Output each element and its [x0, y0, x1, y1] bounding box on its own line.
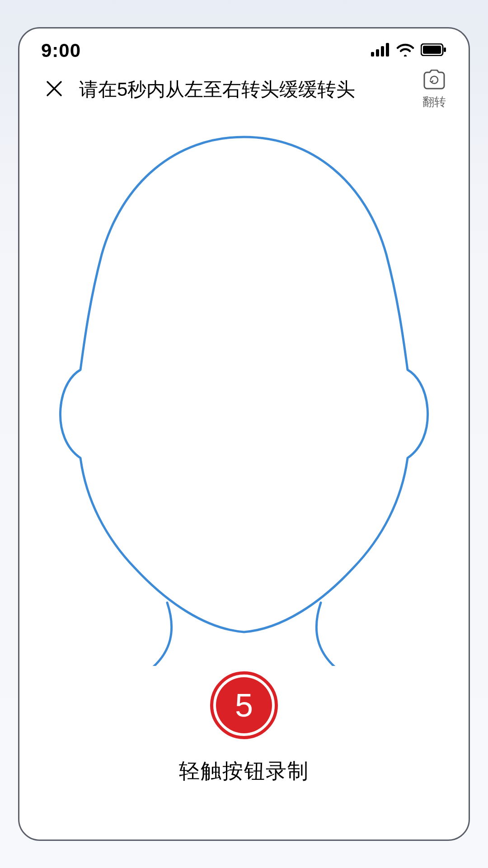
svg-rect-5 — [423, 46, 441, 54]
phone-frame: 9:00 — [18, 27, 470, 841]
svg-rect-3 — [386, 43, 389, 57]
countdown-number: 5 — [235, 689, 253, 722]
face-guide-area — [19, 123, 469, 668]
wifi-icon — [396, 43, 414, 58]
close-icon — [45, 80, 63, 99]
page-title: 请在5秒内从左至右转头缓缓转头 — [79, 77, 422, 102]
close-button[interactable] — [43, 78, 66, 101]
record-button[interactable]: 5 — [210, 671, 278, 739]
record-area: 5 轻触按钮录制 — [19, 671, 469, 785]
status-icons — [371, 43, 447, 58]
record-hint: 轻触按钮录制 — [179, 757, 309, 785]
flip-camera-button[interactable]: 翻转 — [422, 70, 446, 110]
face-outline-icon — [23, 123, 465, 668]
flip-camera-label: 翻转 — [422, 94, 446, 110]
status-time: 9:00 — [41, 40, 81, 61]
battery-icon — [421, 43, 447, 58]
svg-rect-0 — [371, 52, 374, 57]
status-bar: 9:00 — [19, 28, 469, 60]
svg-rect-6 — [444, 47, 446, 52]
svg-rect-1 — [376, 49, 379, 57]
record-button-inner: 5 — [216, 677, 272, 733]
header-row: 请在5秒内从左至右转头缓缓转头 翻转 — [19, 60, 469, 105]
cellular-signal-icon — [371, 43, 390, 58]
svg-rect-2 — [381, 46, 384, 57]
flip-camera-icon — [422, 70, 446, 91]
